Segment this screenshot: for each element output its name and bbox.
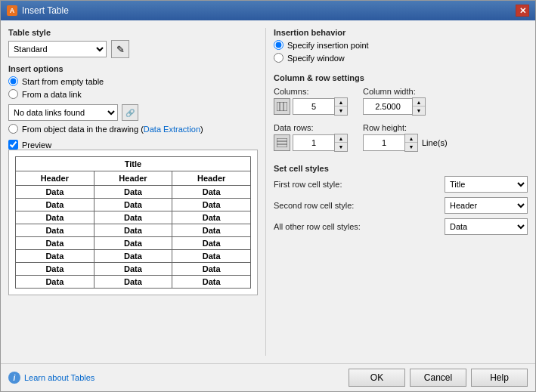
row-height-label: Row height:	[363, 123, 448, 132]
title-row: Title	[16, 157, 251, 171]
data-row: DataDataData	[16, 186, 251, 199]
data-link-button[interactable]: 🔗	[122, 104, 138, 121]
insert-options-radio-group: Start from empty table From a data link …	[8, 76, 258, 134]
columns-label: Columns:	[274, 87, 348, 96]
bottom-buttons: OK Cancel Help	[349, 369, 528, 387]
row-height-unit: Line(s)	[422, 138, 448, 147]
learn-tables-link[interactable]: Learn about Tables	[24, 373, 94, 382]
column-width-input[interactable]	[363, 98, 412, 115]
from-object-data-option[interactable]: From object data in the drawing (Data Ex…	[8, 124, 258, 134]
title-bar: A Insert Table ✕	[1, 1, 535, 20]
column-width-down-button[interactable]: ▼	[413, 106, 425, 115]
header-cell-3: Header	[172, 171, 251, 186]
first-row-style-label: First row cell style:	[274, 180, 445, 189]
data-row: DataDataData	[16, 250, 251, 263]
data-rows-control: ▲ ▼	[274, 134, 348, 152]
columns-down-button[interactable]: ▼	[335, 106, 347, 115]
start-empty-table-option[interactable]: Start from empty table	[8, 76, 258, 86]
data-extraction-link[interactable]: Data Extraction	[144, 125, 200, 134]
column-row-title: Column & row settings	[274, 73, 528, 82]
data-link-select[interactable]: No data links found	[8, 104, 118, 121]
column-width-group: Column width: ▲ ▼	[363, 87, 426, 116]
rows-row: Data rows: ▲	[274, 123, 528, 152]
insert-options-section: Insert options Start from empty table Fr…	[8, 64, 258, 134]
table-style-select[interactable]: Standard	[8, 41, 107, 57]
header-cell-2: Header	[94, 171, 172, 186]
insert-options-label: Insert options	[8, 64, 258, 73]
columns-spinner-buttons: ▲ ▼	[334, 97, 348, 116]
columns-icon	[274, 98, 290, 115]
preview-checkbox-row: Preview	[8, 140, 258, 150]
row-height-input[interactable]	[363, 134, 404, 151]
first-row-style-select[interactable]: Title Header Data	[445, 176, 528, 193]
preview-section: Preview Title Header Header Header DataD…	[8, 140, 258, 295]
second-row-style-select[interactable]: Title Header Data	[445, 197, 528, 214]
specify-insertion-label: Specify insertion point	[287, 41, 369, 50]
data-row: DataDataData	[16, 276, 251, 289]
other-rows-style-row: All other row cell styles: Title Header …	[274, 218, 528, 235]
svg-rect-3	[277, 138, 287, 147]
header-cell-1: Header	[16, 171, 94, 186]
help-button[interactable]: Help	[471, 369, 528, 387]
dialog-body: Table style Standard ✎ Insert options S	[1, 20, 535, 363]
left-panel: Table style Standard ✎ Insert options S	[8, 28, 258, 356]
other-rows-style-select[interactable]: Title Header Data	[445, 218, 528, 235]
dialog-title: Insert Table	[22, 5, 69, 16]
table-style-label: Table style	[8, 28, 258, 37]
preview-table: Title Header Header Header DataDataData …	[15, 156, 251, 289]
row-height-spinner-buttons: ▲ ▼	[404, 134, 418, 152]
from-object-radio[interactable]	[8, 124, 18, 134]
data-rows-input[interactable]	[293, 134, 334, 151]
from-data-link-radio[interactable]	[8, 89, 18, 99]
specify-window-radio[interactable]	[274, 53, 283, 63]
set-cell-styles-section: Set cell styles First row cell style: Ti…	[274, 164, 528, 235]
close-button[interactable]: ✕	[516, 5, 529, 17]
specify-insertion-radio[interactable]	[274, 40, 283, 50]
specify-window-option[interactable]: Specify window	[274, 53, 528, 63]
title-cell: Title	[16, 157, 251, 171]
ok-button[interactable]: OK	[349, 369, 405, 387]
from-object-label: From object data in the drawing (Data Ex…	[22, 125, 203, 134]
columns-up-button[interactable]: ▲	[335, 98, 347, 106]
data-rows-spinner-buttons: ▲ ▼	[334, 134, 348, 152]
row-height-up-button[interactable]: ▲	[405, 134, 417, 143]
table-style-edit-button[interactable]: ✎	[111, 40, 129, 58]
row-height-down-button[interactable]: ▼	[405, 143, 417, 151]
columns-input[interactable]	[293, 98, 334, 115]
data-row: DataDataData	[16, 224, 251, 237]
specify-window-label: Specify window	[287, 54, 345, 63]
data-rows-icon	[274, 134, 290, 151]
first-row-style-row: First row cell style: Title Header Data	[274, 176, 528, 193]
header-row: Header Header Header	[16, 171, 251, 186]
data-rows-up-button[interactable]: ▲	[335, 134, 347, 143]
set-cell-styles-title: Set cell styles	[274, 164, 528, 173]
data-rows-down-button[interactable]: ▼	[335, 143, 347, 151]
second-row-style-label: Second row cell style:	[274, 201, 445, 210]
column-width-up-button[interactable]: ▲	[413, 98, 425, 106]
data-row: DataDataData	[16, 199, 251, 211]
column-width-label: Column width:	[363, 87, 426, 96]
table-style-section: Table style Standard ✎	[8, 28, 258, 58]
preview-checkbox[interactable]	[8, 140, 18, 150]
start-empty-label: Start from empty table	[22, 77, 104, 86]
cell-styles-rows: First row cell style: Title Header Data …	[274, 176, 528, 235]
info-icon: i	[8, 372, 20, 384]
data-row: DataDataData	[16, 237, 251, 250]
bottom-bar: i Learn about Tables OK Cancel Help	[1, 363, 535, 391]
cancel-button[interactable]: Cancel	[410, 369, 466, 387]
data-link-row: No data links found 🔗	[8, 104, 258, 121]
start-empty-radio[interactable]	[8, 76, 18, 86]
data-rows-spinner-group: Data rows: ▲	[274, 123, 348, 152]
app-icon: A	[7, 5, 17, 16]
from-data-link-label: From a data link	[22, 90, 82, 99]
columns-control: ▲ ▼	[274, 97, 348, 116]
column-width-control: ▲ ▼	[363, 97, 426, 116]
from-data-link-option[interactable]: From a data link	[8, 89, 258, 99]
preview-label: Preview	[22, 140, 51, 150]
link-icon: 🔗	[125, 109, 135, 117]
data-row: DataDataData	[16, 211, 251, 224]
row-height-control: ▲ ▼ Line(s)	[363, 134, 448, 152]
specify-insertion-point-option[interactable]: Specify insertion point	[274, 40, 528, 50]
learn-link-area: i Learn about Tables	[8, 372, 94, 384]
vertical-divider	[265, 28, 266, 356]
